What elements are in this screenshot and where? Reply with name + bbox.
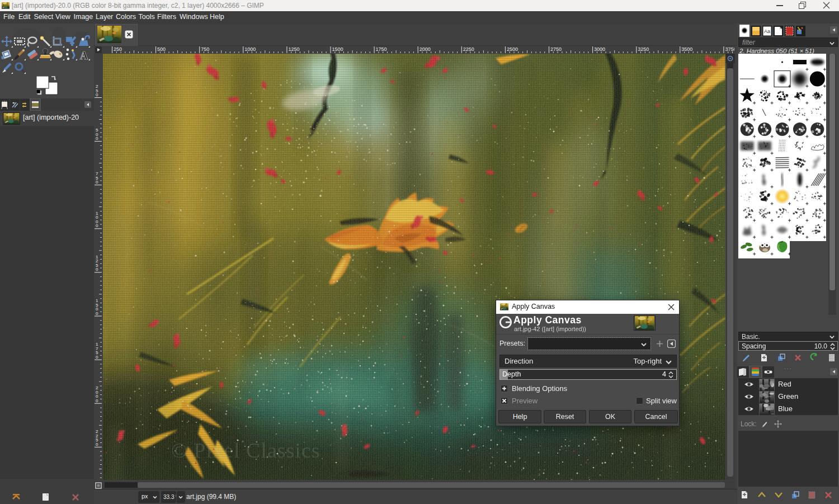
svg-text:2000: 2000 [420, 46, 431, 52]
svg-text:2750: 2750 [550, 46, 562, 52]
svg-text:3000: 3000 [594, 46, 605, 52]
svg-text:0: 0 [96, 136, 98, 141]
svg-text:3250: 3250 [638, 46, 649, 52]
svg-text:0: 0 [96, 267, 98, 272]
svg-text:1000: 1000 [244, 46, 256, 52]
svg-text:0: 0 [96, 223, 98, 228]
svg-text:2500: 2500 [507, 46, 518, 52]
svg-text:Aa: Aa [764, 29, 770, 34]
svg-text:A: A [80, 49, 88, 62]
svg-text:0: 0 [96, 311, 98, 316]
svg-text:1500: 1500 [332, 46, 343, 52]
svg-text:0: 0 [96, 92, 98, 97]
svg-text:500: 500 [157, 46, 166, 52]
svg-text:250: 250 [114, 46, 122, 52]
svg-text:750: 750 [201, 46, 209, 52]
svg-text:3500: 3500 [681, 46, 692, 52]
svg-text:1250: 1250 [288, 46, 299, 52]
svg-text:3750: 3750 [725, 46, 734, 52]
svg-text:2250: 2250 [463, 46, 474, 52]
svg-text:0: 0 [96, 180, 98, 185]
svg-text:0: 0 [96, 398, 98, 403]
svg-text:1750: 1750 [376, 46, 387, 52]
svg-text:0: 0 [96, 355, 98, 360]
svg-text:0: 0 [96, 442, 98, 447]
